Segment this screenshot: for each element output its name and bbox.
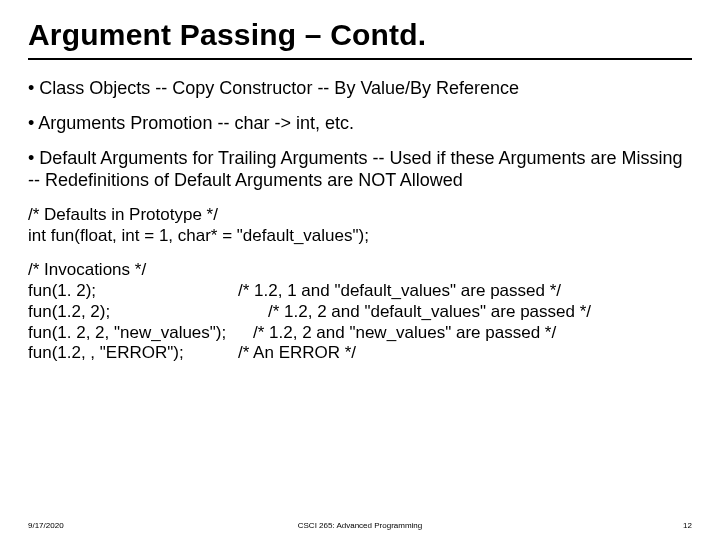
code-comment: /* Invocations */	[28, 260, 692, 281]
code-note: /* An ERROR */	[238, 343, 356, 364]
code-line: fun(1. 2); /* 1.2, 1 and "default_values…	[28, 281, 692, 302]
code-call: fun(1.2, 2);	[28, 302, 268, 323]
code-line: fun(1.2, , "ERROR"); /* An ERROR */	[28, 343, 692, 364]
code-note: /* 1.2, 2 and "default_values" are passe…	[268, 302, 591, 323]
code-call: fun(1.2, , "ERROR");	[28, 343, 238, 364]
code-call: fun(1. 2);	[28, 281, 238, 302]
page-title: Argument Passing – Contd.	[28, 18, 692, 52]
footer-page: 12	[572, 521, 692, 530]
bullet-item: • Class Objects -- Copy Constructor -- B…	[28, 78, 692, 99]
code-invocations-block: /* Invocations */ fun(1. 2); /* 1.2, 1 a…	[28, 260, 692, 364]
code-line: fun(1. 2, 2, "new_values"); /* 1.2, 2 an…	[28, 323, 692, 344]
footer-course: CSCI 265: Advanced Programming	[148, 521, 572, 530]
code-prototype-block: /* Defaults in Prototype */ int fun(floa…	[28, 205, 692, 246]
code-line: fun(1.2, 2); /* 1.2, 2 and "default_valu…	[28, 302, 692, 323]
slide-footer: 9/17/2020 CSCI 265: Advanced Programming…	[0, 521, 720, 530]
footer-date: 9/17/2020	[28, 521, 148, 530]
code-note: /* 1.2, 1 and "default_values" are passe…	[238, 281, 561, 302]
code-note: /* 1.2, 2 and "new_values" are passed */	[253, 323, 556, 344]
code-call: fun(1. 2, 2, "new_values");	[28, 323, 253, 344]
slide: Argument Passing – Contd. • Class Object…	[0, 0, 720, 540]
title-rule	[28, 58, 692, 60]
code-comment: /* Defaults in Prototype */	[28, 205, 692, 226]
bullet-item: • Default Arguments for Trailing Argumen…	[28, 148, 692, 190]
code-line: int fun(float, int = 1, char* = "default…	[28, 226, 692, 247]
slide-body: • Class Objects -- Copy Constructor -- B…	[28, 78, 692, 364]
bullet-item: • Arguments Promotion -- char -> int, et…	[28, 113, 692, 134]
